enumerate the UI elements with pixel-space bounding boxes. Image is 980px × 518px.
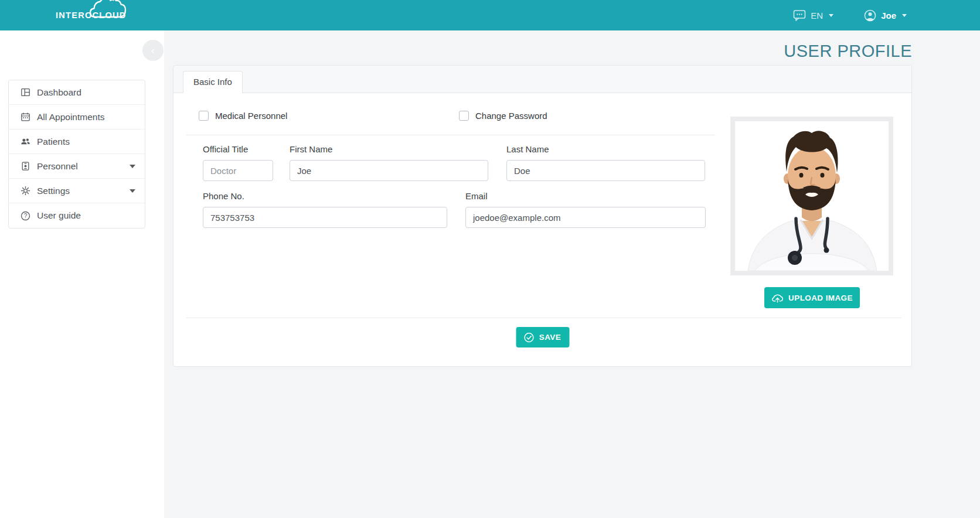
save-button[interactable]: SAVE (516, 327, 569, 347)
sidebar-item-settings[interactable]: Settings (9, 179, 145, 203)
sidebar-item-label: Patients (37, 137, 70, 147)
change-password-checkbox[interactable] (459, 111, 469, 121)
email-field[interactable] (465, 207, 706, 228)
upload-image-button[interactable]: UPLOAD IMAGE (764, 287, 860, 308)
patients-icon (21, 137, 30, 146)
save-label: SAVE (539, 333, 561, 342)
top-header: INTERO CLOUD EN Joe (0, 0, 980, 30)
main-content: USER PROFILE Basic Info Medical Personne… (164, 30, 980, 518)
caret-down-icon (902, 14, 907, 17)
sidebar-item-user-guide[interactable]: ? User guide (9, 203, 145, 228)
user-name: Joe (881, 11, 896, 21)
question-circle-icon: ? (21, 211, 30, 221)
language-label: EN (811, 11, 823, 21)
sidebar-menu: Dashboard All Appointments (8, 80, 145, 229)
first-name-label: First Name (290, 144, 488, 154)
profile-card: Basic Info Medical Personnel Change Pass… (173, 65, 912, 367)
cloud-upload-icon (771, 293, 784, 303)
sidebar-item-personnel[interactable]: Personnel (9, 154, 145, 179)
official-title-label: Official Title (203, 144, 273, 154)
sidebar-item-label: Personnel (37, 161, 78, 172)
form-divider (186, 135, 715, 135)
last-name-label: Last Name (506, 144, 705, 154)
sidebar-item-all-appointments[interactable]: All Appointments (9, 105, 145, 130)
sidebar-item-label: Settings (37, 186, 70, 196)
gear-icon (21, 186, 30, 196)
footer-divider (186, 318, 901, 318)
profile-photo (730, 117, 893, 275)
check-circle-icon (524, 332, 535, 343)
medical-personnel-checkbox-row[interactable]: Medical Personnel (199, 111, 287, 121)
tab-basic-info[interactable]: Basic Info (183, 71, 243, 93)
submenu-caret-icon (130, 189, 135, 193)
person-circle-icon (864, 9, 876, 22)
sidebar: Dashboard All Appointments (0, 30, 164, 518)
medical-personnel-label: Medical Personnel (215, 111, 287, 121)
first-name-field[interactable] (290, 160, 488, 181)
language-selector[interactable]: EN (793, 9, 833, 21)
dashboard-icon (21, 87, 30, 97)
sidebar-item-dashboard[interactable]: Dashboard (9, 80, 145, 105)
brand-logo[interactable]: INTERO CLOUD (56, 10, 127, 21)
upload-image-label: UPLOAD IMAGE (788, 294, 853, 302)
sidebar-collapse-button[interactable]: ‹ (142, 40, 164, 61)
tab-strip: Basic Info (173, 66, 911, 93)
submenu-caret-icon (130, 165, 135, 168)
doctor-photo-illustration (735, 121, 889, 271)
medical-personnel-checkbox[interactable] (199, 111, 209, 121)
sidebar-item-label: User guide (37, 210, 81, 221)
svg-text:?: ? (24, 213, 28, 219)
sidebar-item-label: All Appointments (37, 112, 104, 122)
official-title-field[interactable] (203, 160, 273, 181)
sidebar-item-label: Dashboard (37, 87, 81, 98)
chat-bubble-icon (793, 9, 806, 21)
email-label: Email (465, 191, 706, 201)
caret-down-icon (829, 14, 833, 17)
phone-label: Phone No. (203, 191, 447, 201)
change-password-label: Change Password (475, 111, 547, 121)
calendar-icon (21, 112, 30, 122)
brand-text-intero: INTERO (56, 11, 93, 20)
sidebar-item-patients[interactable]: Patients (9, 130, 145, 154)
brand-text-cloud: CLOUD (93, 11, 127, 20)
user-menu[interactable]: Joe (864, 9, 907, 22)
change-password-checkbox-row[interactable]: Change Password (459, 111, 547, 121)
page-title: USER PROFILE (173, 41, 912, 61)
id-badge-icon (21, 161, 30, 171)
phone-field[interactable] (203, 207, 447, 228)
last-name-field[interactable] (506, 160, 705, 181)
